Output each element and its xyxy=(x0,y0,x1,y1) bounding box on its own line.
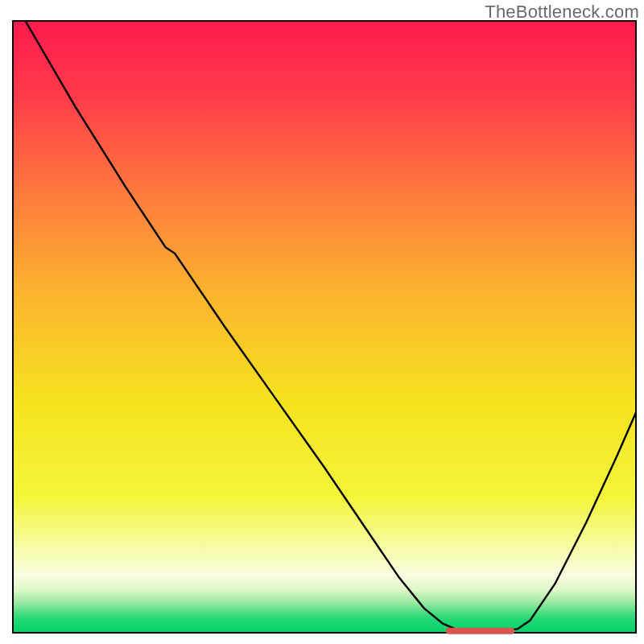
watermark-label: TheBottleneck.com xyxy=(485,2,639,23)
bottleneck-chart xyxy=(0,0,644,644)
chart-frame: TheBottleneck.com xyxy=(0,0,644,644)
plot-background xyxy=(13,21,636,633)
